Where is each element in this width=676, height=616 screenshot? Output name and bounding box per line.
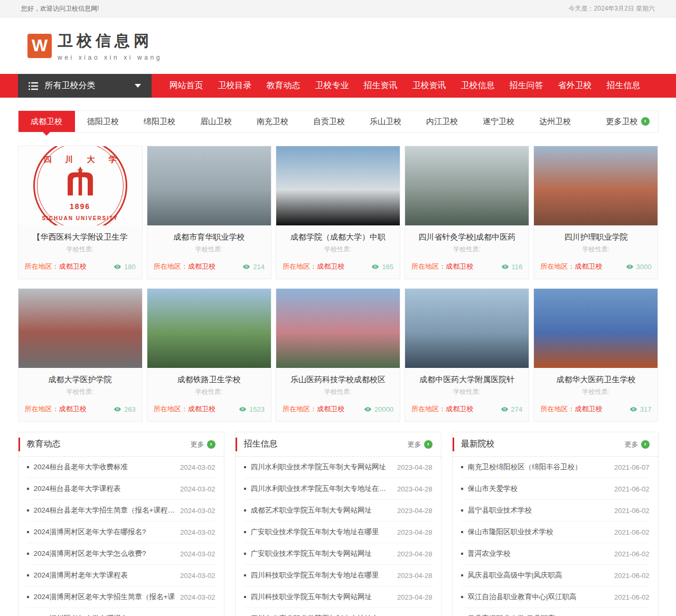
site-logo[interactable]: W 卫校信息网 wei xiao xin xi wang [27,31,162,61]
news-list-item[interactable]: 四川水利职业技术学院五年制大专网站网址 2023-04-28 [244,457,433,478]
school-photo[interactable] [534,146,658,225]
school-photo[interactable] [405,289,529,368]
school-photo[interactable] [147,289,271,368]
item-title[interactable]: 2024淄博周村区老年大学在哪报名? [34,527,181,537]
school-region[interactable]: 所在地区：成都卫校 [154,404,215,414]
school-region[interactable]: 所在地区：成都卫校 [411,262,473,271]
nav-item-3[interactable]: 卫校专业 [315,81,349,90]
item-title[interactable]: 保山市关爱学校 [468,484,615,494]
school-name[interactable]: 四川护理职业学院 [538,232,653,242]
nav-item-5[interactable]: 卫校资讯 [412,81,446,90]
item-title[interactable]: 广安职业技术学院五年制大专地址在哪里 [251,527,398,537]
nav-item-6[interactable]: 卫校信息 [461,81,495,90]
nav-item-2[interactable]: 教育动态 [267,81,301,90]
news-list-item[interactable]: 四川科技职业学院五年制大专地址在哪里 2023-04-28 [244,565,433,586]
nav-item-1[interactable]: 卫校目录 [218,81,252,90]
more-schools-link[interactable]: 更多卫校 › [606,111,658,132]
school-name[interactable]: 【华西医科大学附设卫生学 [23,232,138,242]
item-title[interactable]: 2024桓台县老年大学招生简章（报名+课程表+ [34,506,181,515]
tab-内江卫校[interactable]: 内江卫校 [414,111,471,132]
item-title[interactable]: 四川水利职业技术学院五年制大专地址在哪里 [251,484,398,494]
school-card[interactable]: 成都铁路卫生学校 学校性质: 所在地区：成都卫校 1523 [147,288,271,422]
school-card[interactable]: 四川省针灸学校|成都中医药 学校性质: 所在地区：成都卫校 116 [405,146,529,279]
item-title[interactable]: 双江自治县职业教育中心|双江职高 [468,592,615,602]
section-more-link[interactable]: 更多 › [625,440,650,449]
news-list-item[interactable]: 2024桓台县老年大学课程表 2024-03-02 [27,478,215,500]
news-list-item[interactable]: 普洱农业学校 2021-06-02 [461,543,650,565]
item-title[interactable]: 2024淄川区老年大学在哪报名 [34,614,181,616]
school-photo[interactable] [405,146,529,225]
item-title[interactable]: 保山市隆阳区职业技术学校 [468,527,615,537]
school-region[interactable]: 所在地区：成都卫校 [283,262,344,271]
school-photo[interactable] [276,289,400,368]
school-card[interactable]: 成都市育华职业学校 学校性质: 所在地区：成都卫校 214 [147,146,271,279]
news-list-item[interactable]: 云县高级职业中学|云县职高 2021-06-02 [461,608,650,616]
tab-德阳卫校[interactable]: 德阳卫校 [75,111,132,132]
news-list-item[interactable]: 四川水利职业技术学院五年制大专地址在哪里 2023-04-28 [244,478,433,500]
tab-绵阳卫校[interactable]: 绵阳卫校 [132,111,188,132]
school-region[interactable]: 所在地区：成都卫校 [154,262,215,271]
news-list-item[interactable]: 凤庆县职业高级中学|凤庆职高 2021-06-02 [461,565,650,586]
tab-达州卫校[interactable]: 达州卫校 [527,111,584,132]
school-photo[interactable] [18,289,142,368]
item-title[interactable]: 四川水利职业技术学院五年制大专网站网址 [251,462,398,472]
news-list-item[interactable]: 2024桓台县老年大学招生简章（报名+课程表+ 2024-03-02 [27,500,215,522]
tab-自贡卫校[interactable]: 自贡卫校 [301,111,358,132]
nav-item-8[interactable]: 省外卫校 [558,81,592,90]
news-list-item[interactable]: 成都艺术职业学院五年制大专网站网址 2023-04-28 [244,500,433,522]
news-list-item[interactable]: 广安职业技术学院五年制大专网站网址 2023-04-28 [244,543,433,565]
school-card[interactable]: 成都中医药大学附属医院针 学校性质: 所在地区：成都卫校 274 [405,288,529,422]
news-list-item[interactable]: 广安职业技术学院五年制大专地址在哪里 2023-04-28 [244,522,433,543]
news-list-item[interactable]: 四川文化产业职业学院五年制大专地址在哪里 2023-04-28 [244,608,433,616]
news-list-item[interactable]: 2024淄博周村老年大学课程表 2024-03-02 [27,565,215,586]
tab-遂宁卫校[interactable]: 遂宁卫校 [471,111,527,132]
item-title[interactable]: 2024桓台县老年大学课程表 [34,484,181,494]
nav-item-4[interactable]: 招生资讯 [364,81,398,90]
news-list-item[interactable]: 2024淄博周村区老年大学招生简章（报名+课 2024-03-02 [27,586,215,608]
item-title[interactable]: 南充卫校绵阳校区（绵阳丰谷卫校） [468,462,615,472]
news-list-item[interactable]: 双江自治县职业教育中心|双江职高 2021-06-02 [461,586,650,608]
tab-成都卫校[interactable]: 成都卫校 [18,111,75,132]
school-photo[interactable] [276,146,400,225]
tab-乐山卫校[interactable]: 乐山卫校 [358,111,414,132]
nav-item-9[interactable]: 招生信息 [607,81,641,90]
news-list-item[interactable]: 2024淄博周村区老年大学怎么收费? 2024-03-02 [27,543,215,565]
school-name[interactable]: 乐山医药科技学校成都校区 [280,375,396,385]
item-title[interactable]: 2024淄博周村老年大学课程表 [34,571,181,580]
news-list-item[interactable]: 2024桓台县老年大学收费标准 2024-03-02 [27,457,215,478]
section-more-link[interactable]: 更多 › [408,440,433,449]
school-region[interactable]: 所在地区：成都卫校 [540,262,602,271]
school-region[interactable]: 所在地区：成都卫校 [25,262,87,271]
item-title[interactable]: 四川科技职业学院五年制大专地址在哪里 [251,571,398,580]
school-photo[interactable] [534,289,658,368]
category-dropdown[interactable]: 所有卫校分类 [18,74,152,98]
school-photo[interactable] [147,146,271,225]
school-name[interactable]: 成都学院（成都大学）中职 [280,232,396,242]
school-name[interactable]: 成都中医药大学附属医院针 [409,375,524,385]
item-title[interactable]: 凤庆县职业高级中学|凤庆职高 [468,571,615,580]
school-card[interactable]: 成都华大医药卫生学校 学校性质: 所在地区：成都卫校 317 [533,288,658,422]
school-region[interactable]: 所在地区：成都卫校 [540,404,602,414]
news-list-item[interactable]: 昌宁县职业技术学校 2021-06-02 [461,500,650,522]
school-region[interactable]: 所在地区：成都卫校 [283,404,344,414]
item-title[interactable]: 2024淄博周村区老年大学怎么收费? [34,549,181,558]
item-title[interactable]: 2024桓台县老年大学收费标准 [34,462,181,472]
school-card[interactable]: 成都学院（成都大学）中职 学校性质: 所在地区：成都卫校 165 [276,146,400,279]
news-list-item[interactable]: 四川科技职业学院五年制大专网站网址 2023-04-28 [244,586,433,608]
news-list-item[interactable]: 2024淄川区老年大学在哪报名 2024-03-02 [27,608,215,616]
item-title[interactable]: 四川科技职业学院五年制大专网站网址 [251,592,398,602]
section-more-link[interactable]: 更多 › [191,440,215,449]
news-list-item[interactable]: 保山市隆阳区职业技术学校 2021-06-02 [461,522,650,543]
news-list-item[interactable]: 南充卫校绵阳校区（绵阳丰谷卫校） 2021-06-07 [461,457,650,478]
tab-南充卫校[interactable]: 南充卫校 [245,111,301,132]
item-title[interactable]: 普洱农业学校 [468,549,615,558]
item-title[interactable]: 云县高级职业中学|云县职高 [468,614,615,616]
school-name[interactable]: 成都华大医药卫生学校 [538,375,653,385]
item-title[interactable]: 广安职业技术学院五年制大专网站网址 [251,549,398,558]
school-card[interactable]: 四川大学 1896 SICHUAN UNIVERSITY 【华西医科大学附设卫生… [18,146,143,279]
tab-眉山卫校[interactable]: 眉山卫校 [188,111,245,132]
school-name[interactable]: 成都铁路卫生学校 [152,375,267,385]
school-name[interactable]: 成都市育华职业学校 [152,232,267,242]
school-name[interactable]: 四川省针灸学校|成都中医药 [409,232,524,242]
school-card[interactable]: 四川护理职业学院 学校性质: 所在地区：成都卫校 3000 [533,146,658,279]
